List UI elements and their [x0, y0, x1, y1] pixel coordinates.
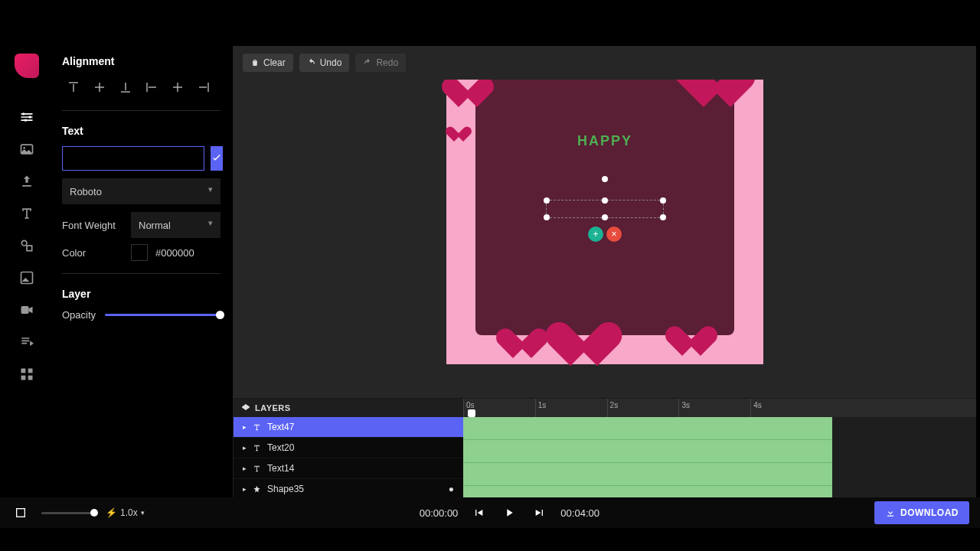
svg-rect-10 — [28, 369, 33, 373]
video-icon[interactable] — [18, 302, 35, 318]
timeline[interactable]: 0s 1s 2s 3s 4s — [463, 399, 976, 513]
download-button[interactable]: DOWNLOAD — [874, 501, 969, 524]
heart-icon — [681, 327, 717, 360]
rotate-handle[interactable] — [602, 176, 608, 182]
shapes-icon[interactable] — [18, 237, 35, 254]
add-element-button[interactable]: + — [588, 227, 603, 242]
layers-panel: LAYERS ▸Text47 ▸Text20 ▸Text14 ▸Shape35● — [234, 399, 463, 513]
image-icon[interactable] — [18, 269, 35, 286]
svg-point-0 — [22, 112, 24, 115]
color-label: Color — [62, 247, 123, 259]
fit-icon[interactable] — [11, 503, 31, 523]
svg-rect-13 — [17, 509, 25, 517]
color-value: #000000 — [155, 247, 194, 259]
clear-button[interactable]: Clear — [243, 54, 293, 72]
heart-icon — [457, 80, 494, 112]
grid-icon[interactable] — [18, 366, 35, 383]
font-family-select[interactable]: Roboto — [62, 178, 220, 204]
layer-row[interactable]: ▸Shape35● — [234, 479, 463, 500]
font-weight-select[interactable]: Normal — [131, 212, 220, 238]
playback-speed[interactable]: ⚡1.0x▾ — [106, 507, 145, 518]
heart-icon — [569, 323, 622, 372]
svg-rect-7 — [21, 272, 33, 284]
canvas-area: Clear Undo Redo HAPPY — [234, 46, 976, 398]
apply-text-button[interactable] — [211, 146, 223, 171]
current-time: 00:00:00 — [420, 507, 459, 519]
playhead[interactable] — [468, 409, 475, 417]
svg-point-1 — [29, 116, 31, 118]
design-canvas[interactable]: HAPPY + × — [446, 80, 763, 364]
align-hcenter-button[interactable] — [166, 77, 189, 98]
svg-point-5 — [21, 240, 27, 246]
align-bottom-button[interactable] — [114, 77, 137, 98]
svg-rect-6 — [27, 246, 32, 251]
settings-icon[interactable] — [18, 109, 35, 126]
svg-point-2 — [24, 119, 27, 122]
text-heading: Text — [62, 125, 220, 137]
svg-rect-12 — [28, 376, 33, 380]
align-vcenter-button[interactable] — [88, 77, 111, 98]
media-icon[interactable] — [18, 141, 35, 158]
delete-element-button[interactable]: × — [606, 227, 622, 242]
layers-header: LAYERS — [234, 399, 463, 417]
text-tool-icon[interactable] — [18, 205, 35, 222]
skip-start-button[interactable] — [469, 503, 488, 523]
timeline-clip[interactable] — [463, 417, 832, 440]
alignment-heading: Alignment — [62, 55, 220, 67]
properties-panel: Alignment Text Roboto Font Weight Normal… — [50, 46, 234, 513]
redo-button[interactable]: Redo — [355, 54, 406, 72]
svg-rect-9 — [21, 369, 26, 373]
layer-row[interactable]: ▸Text14 — [234, 458, 463, 479]
font-weight-label: Font Weight — [62, 220, 123, 231]
undo-button[interactable]: Undo — [299, 54, 350, 72]
zoom-slider[interactable] — [41, 512, 95, 514]
svg-rect-11 — [21, 376, 26, 380]
audio-icon[interactable] — [18, 334, 35, 350]
heart-icon — [680, 80, 698, 87]
selection-box[interactable]: + × — [546, 200, 664, 218]
layer-row[interactable]: ▸Text47 — [234, 417, 463, 438]
app-logo — [15, 54, 39, 78]
timeline-clip[interactable] — [463, 463, 832, 486]
timeline-clip[interactable] — [463, 440, 832, 463]
svg-point-4 — [23, 147, 25, 149]
align-left-button[interactable] — [140, 77, 163, 98]
align-top-button[interactable] — [62, 77, 85, 98]
time-ruler[interactable]: 0s 1s 2s 3s 4s — [463, 399, 976, 417]
canvas-text-happy: HAPPY — [446, 133, 763, 149]
svg-rect-8 — [21, 306, 29, 314]
text-content-input[interactable] — [62, 146, 204, 171]
total-time: 00:04:00 — [560, 507, 599, 519]
heart-icon — [511, 329, 548, 363]
layer-heading: Layer — [62, 288, 220, 300]
playback-bar: ⚡1.0x▾ 00:00:00 00:04:00 DOWNLOAD — [0, 497, 980, 528]
skip-end-button[interactable] — [530, 503, 550, 523]
layer-row[interactable]: ▸Text20 — [234, 438, 463, 458]
opacity-label: Opacity — [62, 309, 96, 321]
play-button[interactable] — [499, 503, 519, 523]
upload-icon[interactable] — [18, 173, 35, 190]
opacity-slider[interactable] — [105, 314, 220, 316]
color-swatch[interactable] — [131, 244, 148, 261]
align-right-button[interactable] — [192, 77, 215, 98]
heart-icon — [702, 80, 756, 113]
tool-sidebar — [4, 46, 50, 513]
